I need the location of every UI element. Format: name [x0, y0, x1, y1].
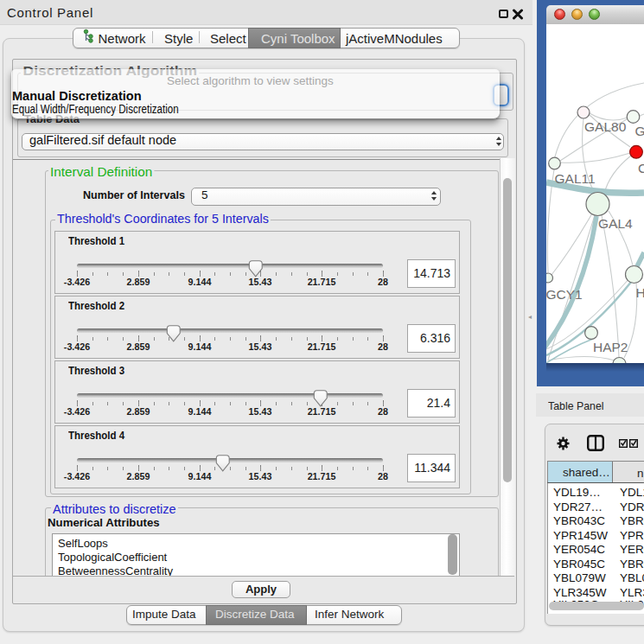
svg-text:HAP2: HAP2: [593, 340, 628, 354]
svg-text:GA: GA: [635, 124, 644, 138]
svg-text:GAL80: GAL80: [584, 119, 627, 134]
svg-text:GAL4: GAL4: [598, 216, 633, 231]
svg-text:GCY1: GCY1: [546, 287, 583, 302]
svg-text:C: C: [638, 161, 644, 175]
svg-text:H: H: [636, 285, 644, 300]
svg-text:GAL11: GAL11: [555, 171, 596, 186]
